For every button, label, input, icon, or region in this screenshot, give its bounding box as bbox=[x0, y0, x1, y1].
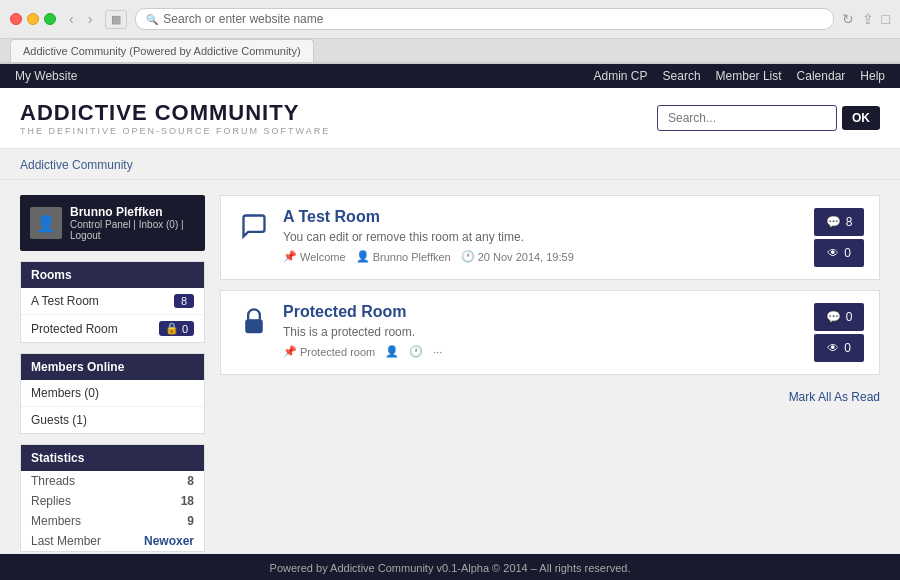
stat-members-value: 9 bbox=[187, 514, 194, 528]
rooms-header: Rooms bbox=[21, 262, 204, 288]
user-box: 👤 Brunno Pleffken Control Panel | Inbox … bbox=[20, 195, 205, 251]
room-card-test-room: A Test Room You can edit or remove this … bbox=[220, 195, 880, 280]
stat-threads: Threads 8 bbox=[21, 471, 204, 491]
search-link[interactable]: Search bbox=[663, 69, 701, 83]
room-meta-1: 📌 Protected room 👤 🕐 ··· bbox=[283, 345, 802, 358]
forward-button[interactable]: › bbox=[83, 9, 98, 29]
site-header: ADDICTIVE COMMUNITY THE DEFINITIVE OPEN-… bbox=[0, 88, 900, 149]
views-count-1: 0 bbox=[844, 341, 851, 355]
comments-count-1: 0 bbox=[846, 310, 853, 324]
refresh-button[interactable]: ↻ bbox=[842, 11, 854, 27]
room-icon-1 bbox=[236, 303, 271, 338]
username: Brunno Pleffken bbox=[70, 205, 195, 219]
sidebar-statistics: Statistics Threads 8 Replies 18 Members … bbox=[20, 444, 205, 552]
room-meta-more: ··· bbox=[433, 346, 442, 358]
sidebar: 👤 Brunno Pleffken Control Panel | Inbox … bbox=[20, 195, 205, 554]
room-stat-views-0: 👁 0 bbox=[814, 239, 864, 267]
sidebar-members-count: Members (0) bbox=[21, 380, 204, 407]
room-meta-welcome: 📌 Welcome bbox=[283, 250, 346, 263]
mark-all-read[interactable]: Mark All As Read bbox=[220, 385, 880, 409]
room-desc-0: You can edit or remove this room at any … bbox=[283, 230, 802, 244]
views-icon-1: 👁 bbox=[827, 341, 839, 355]
stat-replies-label: Replies bbox=[31, 494, 71, 508]
room-stats-0: 💬 8 👁 0 bbox=[814, 208, 864, 267]
address-bar[interactable]: 🔍 Search or enter website name bbox=[135, 8, 833, 30]
stat-members: Members 9 bbox=[21, 511, 204, 531]
comments-count-0: 8 bbox=[846, 215, 853, 229]
share-button[interactable]: ⇪ bbox=[862, 11, 874, 27]
admincp-link[interactable]: Admin CP bbox=[594, 69, 648, 83]
user-info: Brunno Pleffken Control Panel | Inbox (0… bbox=[70, 205, 195, 241]
room-desc-1: This is a protected room. bbox=[283, 325, 802, 339]
sidebar-item-protected-room[interactable]: Protected Room 🔒 0 bbox=[21, 315, 204, 342]
search-input[interactable] bbox=[657, 105, 837, 131]
site-title: My Website bbox=[15, 69, 77, 83]
footer-text: Powered by Addictive Community v0.1-Alph… bbox=[270, 562, 631, 574]
site-logo: ADDICTIVE COMMUNITY THE DEFINITIVE OPEN-… bbox=[20, 100, 330, 136]
room-title-0[interactable]: A Test Room bbox=[283, 208, 802, 226]
search-button[interactable]: OK bbox=[842, 106, 880, 130]
top-navbar: My Website Admin CP Search Member List C… bbox=[0, 64, 900, 88]
room-stats-1: 💬 0 👁 0 bbox=[814, 303, 864, 362]
views-icon: 👁 bbox=[827, 246, 839, 260]
room-stat-comments-0: 💬 8 bbox=[814, 208, 864, 236]
comments-icon: 💬 bbox=[826, 215, 841, 229]
stat-threads-value: 8 bbox=[187, 474, 194, 488]
site-wrapper: My Website Admin CP Search Member List C… bbox=[0, 64, 900, 554]
breadcrumb-link[interactable]: Addictive Community bbox=[20, 158, 133, 172]
maximize-dot[interactable] bbox=[44, 13, 56, 25]
stat-replies: Replies 18 bbox=[21, 491, 204, 511]
tab-view-button[interactable]: ▩ bbox=[105, 10, 127, 29]
header-search: OK bbox=[657, 105, 880, 131]
members-header: Members Online bbox=[21, 354, 204, 380]
calendar-link[interactable]: Calendar bbox=[797, 69, 846, 83]
close-dot[interactable] bbox=[10, 13, 22, 25]
stat-members-label: Members bbox=[31, 514, 81, 528]
sidebar-rooms: Rooms A Test Room 8 Protected Room 🔒 0 bbox=[20, 261, 205, 343]
room-info-1: Protected Room This is a protected room.… bbox=[283, 303, 802, 358]
sidebar-item-test-room[interactable]: A Test Room 8 bbox=[21, 288, 204, 315]
room-meta-author: 👤 Brunno Pleffken bbox=[356, 250, 451, 263]
tab-bar: Addictive Community (Powered by Addictiv… bbox=[0, 39, 900, 63]
search-icon: 🔍 bbox=[146, 14, 158, 25]
sidebar-guests-count: Guests (1) bbox=[21, 407, 204, 433]
stat-last-member: Last Member Newoxer bbox=[21, 531, 204, 551]
room-card-protected-room: Protected Room This is a protected room.… bbox=[220, 290, 880, 375]
help-link[interactable]: Help bbox=[860, 69, 885, 83]
browser-nav: ‹ › bbox=[64, 9, 97, 29]
room-icon-0 bbox=[236, 208, 271, 243]
room-meta-clock-icon: 🕐 bbox=[409, 345, 423, 358]
room-badge-0: 8 bbox=[174, 294, 194, 308]
room-meta-user-icon: 👤 bbox=[385, 345, 399, 358]
stat-replies-value: 18 bbox=[181, 494, 194, 508]
room-info-0: A Test Room You can edit or remove this … bbox=[283, 208, 802, 263]
window-controls bbox=[10, 13, 56, 25]
back-button[interactable]: ‹ bbox=[64, 9, 79, 29]
room-stat-views-1: 👁 0 bbox=[814, 334, 864, 362]
site-footer: Powered by Addictive Community v0.1-Alph… bbox=[0, 554, 900, 580]
avatar: 👤 bbox=[30, 207, 62, 239]
sidebar-members-online: Members Online Members (0) Guests (1) bbox=[20, 353, 205, 434]
browser-chrome: ‹ › ▩ 🔍 Search or enter website name ↻ ⇪… bbox=[0, 0, 900, 64]
logo-subtitle: THE DEFINITIVE OPEN-SOURCE FORUM SOFTWAR… bbox=[20, 126, 330, 136]
comments-icon-1: 💬 bbox=[826, 310, 841, 324]
user-links[interactable]: Control Panel | Inbox (0) | Logout bbox=[70, 219, 195, 241]
active-tab[interactable]: Addictive Community (Powered by Addictiv… bbox=[10, 39, 314, 62]
minimize-dot[interactable] bbox=[27, 13, 39, 25]
new-tab-button[interactable]: □ bbox=[882, 11, 890, 27]
logo-title: ADDICTIVE COMMUNITY bbox=[20, 100, 330, 126]
stats-header: Statistics bbox=[21, 445, 204, 471]
room-meta-tag: 📌 Protected room bbox=[283, 345, 375, 358]
room-name-1: Protected Room bbox=[31, 322, 118, 336]
svg-rect-0 bbox=[245, 319, 261, 332]
memberlist-link[interactable]: Member List bbox=[716, 69, 782, 83]
stat-last-member-label: Last Member bbox=[31, 534, 101, 548]
breadcrumb: Addictive Community bbox=[0, 149, 900, 180]
stat-last-member-value[interactable]: Newoxer bbox=[144, 534, 194, 548]
room-title-1[interactable]: Protected Room bbox=[283, 303, 802, 321]
top-nav-links: Admin CP Search Member List Calendar Hel… bbox=[594, 69, 885, 83]
views-count-0: 0 bbox=[844, 246, 851, 260]
room-name-0: A Test Room bbox=[31, 294, 99, 308]
main-content: 👤 Brunno Pleffken Control Panel | Inbox … bbox=[0, 180, 900, 554]
content-area: A Test Room You can edit or remove this … bbox=[220, 195, 880, 554]
